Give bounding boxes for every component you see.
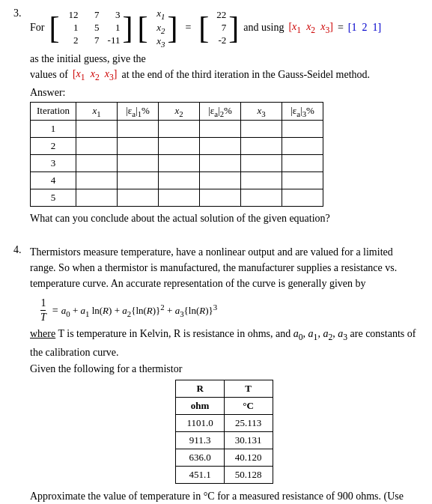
problem-4-content: Thermistors measure temperature, have a … [30,244,419,504]
where-underlined: where [30,328,55,339]
R-val-2: 911.3 [176,431,224,449]
formula-block: 1 T = a0 + a1 ln(R) + a2{ln(R)}2 + a3{ln… [37,297,419,324]
bracket-left-A: [ [49,15,59,42]
at-end-text: at the end of the third iteration in the… [121,69,370,81]
R-val-4: 451.1 [176,466,224,483]
gauss-seidel-table: Iteration x1 |εa|1% x2 |εa|2% x3 |εa|3% … [30,102,323,207]
formula-equals: = [52,305,58,317]
problem-3: 3. For [ 1273 151 27-11 ] [ x1 x2 x3 [13,7,419,237]
table-row: 911.3 30.131 [176,431,273,449]
matrix-A: [ 1273 151 27-11 ] [49,9,133,46]
bracket-right-b: ] [228,15,239,42]
vector-x: [ x1 x2 x3 ] [137,7,177,49]
x-vec-label: [x1 x2 x3] [73,68,117,82]
col-ea2: |εa|2% [200,102,241,121]
col-R: R [176,380,224,397]
R-val-1: 1101.0 [176,414,224,431]
iter-1: 1 [31,121,76,138]
table-row: 3 [31,155,323,172]
col-ea3: |εa|3% [282,102,323,121]
col-ea1: |εa|1% [118,102,159,121]
bracket-left-b: [ [198,15,209,42]
R-val-3: 636.0 [176,449,224,466]
bracket-right-x: ] [167,15,177,42]
table-row: 451.1 50.128 [176,466,273,483]
given-text: Given the following for a thermistor [30,363,419,375]
vector-x-values: x1 x2 x3 [147,7,167,49]
table-row: 1101.0 25.113 [176,414,273,431]
col-T-unit: °C [224,397,273,414]
problem-4: 4. Thermistors measure temperature, have… [13,244,419,504]
col-T: T [224,380,273,397]
values-of-line: values of [x1 x2 x3] at the end of the t… [30,68,419,82]
vector-b-values: 22 7 -2 [209,9,228,46]
table-row: 2 [31,138,323,155]
bracket-right-A: ] [122,15,133,42]
T-val-2: 30.131 [224,431,273,449]
where-line-2: the calibration curve. [30,347,419,359]
initial-values: [1 2 1] [348,22,381,34]
formula-rhs: a0 + a1 ln(R) + a2{ln(R)}2 + a3{ln(R)}3 [61,303,217,318]
and-using: and using [243,22,284,34]
matrix-A-values: 1273 151 27-11 [59,9,122,46]
rt-table: R T ohm °C 1101.0 25.113 911.3 30.131 [175,380,273,484]
conclude-question: What can you conclude about the actual s… [30,213,419,225]
problem-3-number: 3. [13,7,30,19]
col-R-unit: ohm [176,397,224,414]
table-row: 5 [31,189,323,207]
fraction-1-T: 1 T [40,297,46,324]
values-of-text: values of [30,69,68,81]
col-x2: x2 [159,102,200,121]
table-row: 1 [31,121,323,138]
approx-text: Approximate the value of temperature in … [30,488,419,504]
fraction-numerator: 1 [40,297,46,311]
vector-b: [ 22 7 -2 ] [198,9,239,46]
where-line-1: where T is temperature in Kelvin, R is r… [30,328,419,342]
problem-3-statement: For [ 1273 151 27-11 ] [ x1 x2 x3 ] [30,7,419,65]
problem-4-intro: Thermistors measure temperature, have a … [30,244,419,291]
T-val-3: 40.120 [224,449,273,466]
equals-1: = [185,22,191,34]
problem-4-number: 4. [13,244,30,256]
as-initial-guess: as the initial guess, give the [30,53,146,65]
for-text: For [30,22,44,34]
iter-2: 2 [31,138,76,155]
problem-3-content: For [ 1273 151 27-11 ] [ x1 x2 x3 ] [30,7,419,237]
T-val-1: 25.113 [224,414,273,431]
bracket-left-x: [ [137,15,147,42]
table-row: 636.0 40.120 [176,449,273,466]
table-row: 4 [31,172,323,189]
col-x3: x3 [241,102,282,121]
col-x1: x1 [76,102,118,121]
col-iteration: Iteration [31,102,76,121]
T-val-4: 50.128 [224,466,273,483]
initial-guess-vec: [x1 x2 x3] [288,21,332,35]
iter-3: 3 [31,155,76,172]
answer-label: Answer: [30,87,419,99]
iter-4: 4 [31,172,76,189]
equals-2: = [338,22,344,34]
fraction-denominator: T [40,311,46,324]
iter-5: 5 [31,189,76,207]
